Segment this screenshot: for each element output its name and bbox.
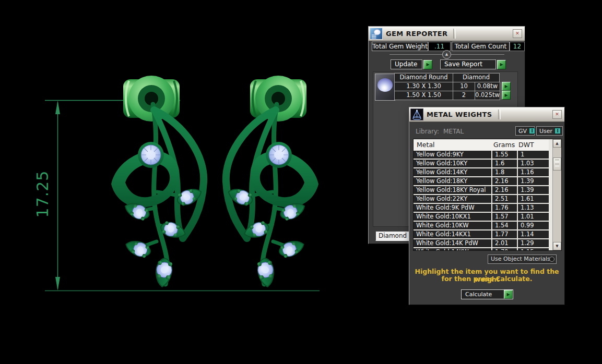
gem-material-header: Diamond <box>453 73 500 82</box>
metal-cell: White Gold:14KX1 <box>414 230 491 238</box>
gem-reporter-title: GEM REPORTER <box>386 30 447 38</box>
use-object-materials-indicator <box>549 257 554 262</box>
metal-cell: Yellow Gold:22KY <box>414 195 491 203</box>
gem-table-cell: 0.025tw <box>475 91 500 100</box>
total-gem-weight-label: Total Gem Weight <box>372 42 428 51</box>
metal-cell: White Gold:14KW <box>414 248 491 250</box>
earring-right <box>226 76 318 288</box>
metal-cell: 1.13 <box>518 204 549 212</box>
metal-cell: 1.29 <box>518 239 549 247</box>
metal-row[interactable]: Yellow Gold:9KY1.551 <box>414 151 549 159</box>
col-dwt: DWT <box>518 141 534 149</box>
metal-table-header: Metal Grams DWT <box>414 139 549 151</box>
save-report-button[interactable]: Save Report <box>440 59 496 69</box>
metal-row[interactable]: White Gold:14KX11.771.14 <box>414 230 549 238</box>
gem-table-body: 1.30 X 1.30100.08tw▶1.50 X 1.5020.025tw▶ <box>395 82 511 100</box>
close-icon[interactable]: ✕ <box>552 110 562 119</box>
metal-row[interactable]: Yellow Gold:22KY2.511.61 <box>414 195 549 203</box>
total-gem-count-label: Total Gem Count <box>452 42 510 51</box>
scrollbar-thumb[interactable] <box>553 157 561 171</box>
metal-row[interactable]: Yellow Gold:18KY2.161.39 <box>414 177 549 185</box>
gem-reporter-icon <box>370 28 383 40</box>
gem-table-cell: 10 <box>453 82 475 91</box>
gv-toggle-button[interactable]: GV I <box>515 126 535 136</box>
metal-cell: 2.51 <box>492 195 517 203</box>
save-report-run-button[interactable]: ▶ <box>497 60 506 69</box>
metal-row[interactable]: White Gold:10KX11.571.01 <box>414 213 549 221</box>
metal-cell: 0.99 <box>518 222 549 229</box>
metal-cell: Yellow Gold:14KY <box>414 168 491 176</box>
gem-reporter-titlebar[interactable]: GEM REPORTER ✕ <box>369 27 525 41</box>
metal-weights-titlebar[interactable]: METAL WEIGHTS ✕ <box>409 107 564 122</box>
metal-cell: 1.14 <box>518 230 549 238</box>
metal-cell: 1.39 <box>518 186 549 194</box>
instruction-line-2: for then press Calculate. <box>409 275 564 283</box>
metal-cell: 1.15 <box>518 248 549 250</box>
metal-cell: 1.6 <box>492 160 517 167</box>
total-gem-count-value: 12 <box>510 42 525 51</box>
scroll-up-icon[interactable]: ▲ <box>553 139 561 148</box>
metal-weights-window: METAL WEIGHTS ✕ Library: METAL GV I User… <box>409 107 565 305</box>
use-object-materials-button[interactable]: Use Object Materials <box>488 254 557 264</box>
metal-cell: 1.01 <box>518 213 549 221</box>
metal-weights-title: METAL WEIGHTS <box>427 111 492 118</box>
col-grams: Grams <box>493 141 515 149</box>
metal-cell: 1 <box>518 151 549 159</box>
metal-row[interactable]: White Gold:10KW1.540.99 <box>414 222 549 229</box>
metal-cell: 2.16 <box>492 177 517 185</box>
gem-table-cell: 1.30 X 1.30 <box>394 82 453 91</box>
metal-weights-icon <box>410 108 423 120</box>
metal-cell: 1.57 <box>492 213 517 221</box>
collapse-panel-button[interactable]: ▲ <box>442 50 451 59</box>
titlebar-divider <box>453 29 456 39</box>
metal-cell: 2.16 <box>492 186 517 194</box>
metal-cell: 1.79 <box>492 248 517 250</box>
metal-cell: 1.16 <box>518 168 549 176</box>
update-button[interactable]: Update <box>391 59 422 69</box>
metal-row[interactable]: Yellow Gold:14KY1.81.16 <box>414 168 549 176</box>
close-icon[interactable]: ✕ <box>513 29 522 38</box>
metal-cell: 2.01 <box>492 239 517 247</box>
metal-cell: White Gold:9K PdW <box>414 204 491 212</box>
metal-row[interactable]: Yellow Gold:18KY Royal2.161.39 <box>414 186 549 194</box>
library-value: METAL <box>443 128 464 135</box>
metal-row[interactable]: White Gold:9K PdW1.761.13 <box>414 204 549 212</box>
use-object-materials-label: Use Object Materials <box>491 256 550 262</box>
gem-row-action-button[interactable]: ▶ <box>502 82 511 91</box>
gem-report-table: Diamond Round Diamond 1.30 X 1.30100.08t… <box>395 74 511 100</box>
earring-left <box>111 76 204 288</box>
user-toggle-button[interactable]: User I <box>536 126 563 136</box>
calculate-label: Calculate <box>465 291 492 298</box>
scroll-down-icon[interactable]: ▼ <box>553 242 561 250</box>
scrollbar[interactable]: ▲ ▼ <box>552 139 561 250</box>
library-label: Library: METAL <box>416 128 464 135</box>
metal-cell: Yellow Gold:18KY <box>414 177 491 185</box>
gem-table-cell: 2 <box>453 91 475 100</box>
gem-shape-header: Diamond Round <box>394 73 453 82</box>
thumb-grip <box>555 164 559 166</box>
metal-row[interactable]: White Gold:14KW1.791.15 <box>414 248 549 250</box>
metal-cell: 1.55 <box>492 151 517 159</box>
gv-indicator: I <box>529 128 535 134</box>
metal-cell: 1.61 <box>518 195 549 203</box>
calculate-run-button[interactable]: ▶ <box>504 290 513 299</box>
calculate-button[interactable]: Calculate ▶ <box>461 289 513 299</box>
gv-label: GV <box>518 128 527 135</box>
gem-table-cell: 0.08tw <box>475 82 500 91</box>
gem-table-row[interactable]: 1.50 X 1.5020.025tw▶ <box>395 91 511 100</box>
metal-row[interactable]: White Gold:14K PdW2.011.29 <box>414 239 549 247</box>
thumb-grip <box>555 160 559 162</box>
update-run-button[interactable]: ▶ <box>423 60 432 69</box>
metal-cell: Yellow Gold:10KY <box>414 160 491 167</box>
gem-row-action-button[interactable]: ▶ <box>502 91 511 100</box>
metal-cell: White Gold:10KW <box>414 222 491 229</box>
metal-cell: Yellow Gold:18KY Royal <box>414 186 491 194</box>
metal-cell: 1.8 <box>492 168 517 176</box>
col-metal: Metal <box>417 141 435 149</box>
metal-row[interactable]: Yellow Gold:10KY1.61.03 <box>414 160 549 167</box>
metal-cell: 1.54 <box>492 222 517 229</box>
metal-cell: 1.77 <box>492 230 517 238</box>
gem-table-row[interactable]: 1.30 X 1.30100.08tw▶ <box>395 82 511 91</box>
user-indicator: I <box>554 128 561 134</box>
gem-thumbnail <box>375 74 395 101</box>
